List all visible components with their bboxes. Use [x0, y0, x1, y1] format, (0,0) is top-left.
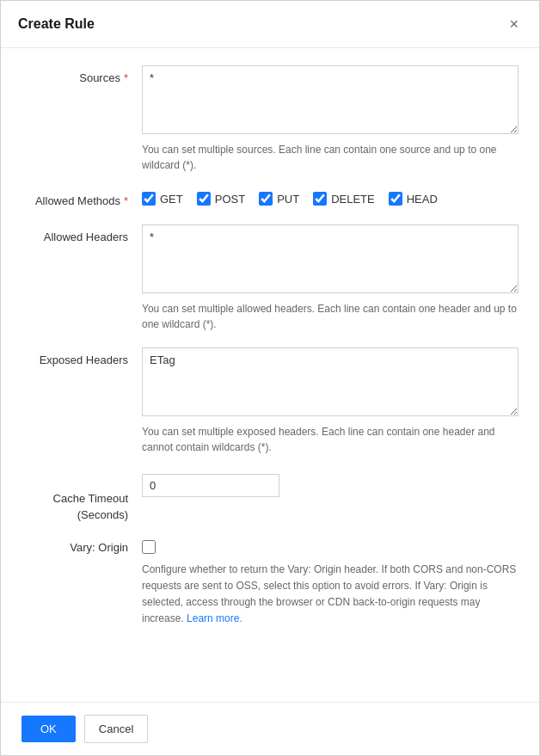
method-label-put: PUT	[277, 193, 299, 206]
method-checkbox-put[interactable]	[259, 192, 273, 206]
allowed-headers-help-text: You can set multiple allowed headers. Ea…	[142, 301, 519, 332]
methods-content: GETPOSTPUTDELETEHEAD	[142, 188, 519, 209]
cancel-button[interactable]: Cancel	[84, 715, 148, 743]
sources-label: Sources*	[21, 65, 142, 173]
sources-help-text: You can set multiple sources. Each line …	[142, 142, 519, 173]
required-mark: *	[124, 71, 128, 84]
allowed-methods-label: Allowed Methods*	[21, 188, 142, 209]
dialog-body: Sources* * You can set multiple sources.…	[1, 48, 539, 702]
exposed-headers-content: ETag You can set multiple exposed header…	[142, 347, 519, 455]
learn-more-link[interactable]: Learn more.	[187, 612, 242, 624]
sources-input[interactable]: *	[142, 65, 519, 134]
method-label-delete: DELETE	[331, 193, 375, 206]
cache-timeout-row: Cache Timeout (Seconds)	[21, 470, 519, 523]
cache-timeout-content	[142, 470, 519, 523]
method-label-get: GET	[160, 193, 183, 206]
allowed-headers-input[interactable]: *	[142, 224, 519, 293]
method-item-delete[interactable]: DELETE	[313, 192, 375, 206]
cache-timeout-input[interactable]	[142, 474, 279, 497]
method-item-get[interactable]: GET	[142, 192, 183, 206]
dialog-header: Create Rule ×	[1, 1, 539, 48]
vary-origin-row: Vary: Origin Configure whether to return…	[21, 538, 519, 628]
allowed-headers-content: * You can set multiple allowed headers. …	[142, 224, 519, 332]
allowed-headers-row: Allowed Headers * You can set multiple a…	[21, 224, 519, 332]
exposed-headers-help-text: You can set multiple exposed headers. Ea…	[142, 424, 519, 455]
method-checkbox-post[interactable]	[197, 192, 211, 206]
method-checkbox-head[interactable]	[389, 192, 402, 206]
exposed-headers-row: Exposed Headers ETag You can set multipl…	[21, 347, 519, 455]
vary-origin-content: Configure whether to return the Vary: Or…	[142, 538, 519, 628]
method-item-post[interactable]: POST	[197, 192, 245, 206]
method-checkbox-get[interactable]	[142, 192, 156, 206]
dialog-footer: OK Cancel	[1, 702, 539, 755]
allowed-headers-label: Allowed Headers	[21, 224, 142, 332]
method-label-post: POST	[215, 193, 245, 206]
sources-content: * You can set multiple sources. Each lin…	[142, 65, 519, 173]
vary-origin-description: Configure whether to return the Vary: Or…	[142, 562, 519, 628]
close-button[interactable]: ×	[506, 15, 522, 34]
method-checkbox-delete[interactable]	[313, 192, 327, 206]
vary-origin-checkbox[interactable]	[142, 540, 156, 554]
dialog-title: Create Rule	[18, 16, 95, 32]
exposed-headers-input[interactable]: ETag	[142, 347, 519, 416]
method-item-put[interactable]: PUT	[259, 192, 299, 206]
vary-origin-label: Vary: Origin	[21, 538, 142, 556]
methods-row: GETPOSTPUTDELETEHEAD	[142, 188, 519, 206]
cache-timeout-label: Cache Timeout (Seconds)	[21, 470, 142, 523]
method-item-head[interactable]: HEAD	[389, 192, 438, 206]
ok-button[interactable]: OK	[21, 716, 76, 742]
allowed-methods-row: Allowed Methods* GETPOSTPUTDELETEHEAD	[21, 188, 519, 209]
sources-row: Sources* * You can set multiple sources.…	[21, 65, 519, 173]
method-label-head: HEAD	[407, 193, 438, 206]
create-rule-dialog: Create Rule × Sources* * You can set mul…	[0, 0, 540, 756]
exposed-headers-label: Exposed Headers	[21, 347, 142, 455]
required-mark-methods: *	[124, 194, 128, 207]
